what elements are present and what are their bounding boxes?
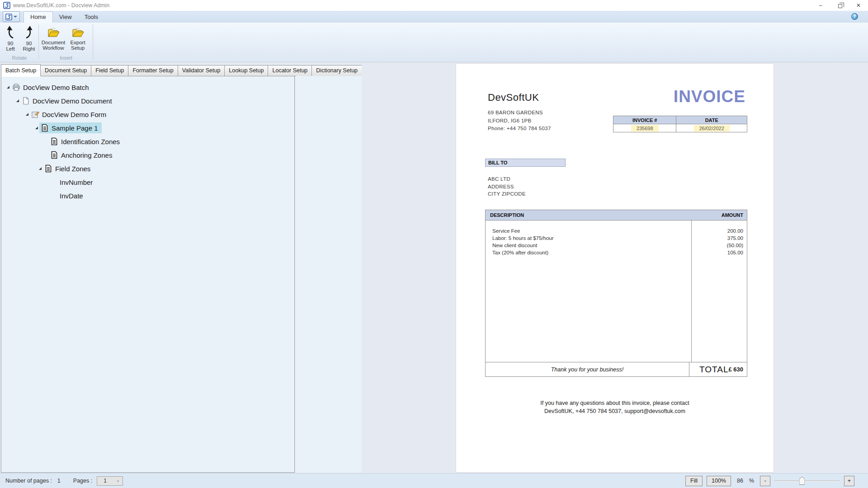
page-select-dropdown[interactable]: 1 ⌄ — [97, 476, 123, 486]
page-list-icon — [50, 137, 58, 145]
tree-expander-icon[interactable] — [5, 85, 11, 89]
percent-label: % — [749, 478, 754, 484]
description-column-header: DESCRIPTION — [486, 212, 692, 218]
fill-button[interactable]: Fill — [685, 476, 703, 486]
tree-item-identification-zones[interactable]: Identification Zones — [1, 135, 294, 148]
selected-tree-item[interactable]: Sample Page 1 — [39, 122, 102, 133]
rotate-right-icon — [23, 26, 35, 39]
tree-item-document[interactable]: DocView Demo Document — [1, 94, 294, 108]
zoom-slider[interactable] — [774, 477, 840, 485]
zoom-100-button[interactable]: 100% — [707, 476, 731, 486]
tree-item-invdate[interactable]: InvDate — [1, 189, 294, 202]
ribbon-tab-home[interactable]: Home — [24, 11, 53, 23]
window-title: www.DevSoftUK.com - Docview Admin — [13, 2, 109, 9]
tree-item-invnumber[interactable]: InvNumber — [1, 175, 294, 189]
ribbon-tab-tools[interactable]: Tools — [78, 12, 104, 23]
tree-item-label: Identification Zones — [61, 138, 120, 145]
form-icon — [31, 110, 39, 118]
tab-dictionary-setup[interactable]: Dictionary Setup — [312, 65, 362, 76]
zoom-value: 86 — [737, 478, 743, 484]
group-label-insert: Insert — [39, 55, 93, 61]
help-icon[interactable]: ? — [851, 13, 858, 20]
rotate-90-left-button[interactable]: 90Left — [1, 24, 19, 53]
tab-lookup-setup[interactable]: Lookup Setup — [225, 65, 268, 76]
tree-item-label: DocView Demo Batch — [23, 84, 89, 91]
ribbon-group-insert: DocumentWorkflow ExportSetup Insert — [39, 23, 93, 62]
invoice-total-row: Thank you for your business! TOTAL £ 630 — [486, 362, 747, 376]
invoice-items-table: DESCRIPTION AMOUNT Service Fee Labor: 5 … — [485, 210, 747, 377]
rotate-90-right-button[interactable]: 90Right — [20, 24, 38, 53]
invoice-number-header: INVOICE # — [613, 116, 676, 124]
tab-formatter-setup[interactable]: Formatter Setup — [128, 65, 178, 76]
document-icon — [22, 97, 30, 105]
total-amount: £ 630 — [728, 366, 747, 373]
tab-validator-setup[interactable]: Validator Setup — [178, 65, 225, 76]
restore-icon — [838, 4, 842, 8]
ribbon-tab-view[interactable]: View — [53, 12, 78, 23]
page-list-icon — [41, 124, 49, 132]
document-workflow-button[interactable]: DocumentWorkflow — [41, 24, 66, 53]
export-setup-button[interactable]: ExportSetup — [67, 24, 89, 53]
group-separator — [93, 24, 93, 59]
tree-item-sample-page-1[interactable]: Sample Page 1 — [1, 121, 294, 135]
tree-expander-icon[interactable] — [37, 167, 43, 170]
pages-label: Pages : — [73, 478, 92, 484]
total-label: TOTAL — [689, 365, 728, 375]
tree-item-field-zones[interactable]: Field Zones — [1, 162, 294, 175]
page-list-icon — [50, 151, 58, 159]
tree-item-anchoring-zones[interactable]: Anchoring Zones — [1, 148, 294, 162]
slider-thumb-icon[interactable] — [799, 477, 805, 485]
ribbon-tab-row: Home View Tools ? — [0, 11, 868, 23]
tree-item-label: InvNumber — [60, 178, 93, 186]
page-list-icon — [44, 164, 52, 173]
tree-item-batch[interactable]: DocView Demo Batch — [1, 80, 294, 94]
invoice-date-value: 26/02/2022 — [694, 125, 730, 131]
ribbon: 90Left 90Right Rotate DocumentWorkflow — [0, 23, 868, 62]
tree-expander-icon[interactable] — [24, 113, 30, 116]
invoice-company-name: DevSoftUK — [488, 92, 539, 103]
ribbon-group-rotate: 90Left 90Right Rotate — [0, 23, 39, 62]
thank-you-message: Thank you for your business! — [486, 362, 689, 376]
tree-item-label: Anchoring Zones — [61, 151, 112, 159]
setup-tab-strip: Batch Setup Document Setup Field Setup F… — [1, 63, 362, 76]
tree-item-label: Field Zones — [55, 165, 90, 173]
app-logo-icon — [3, 2, 10, 9]
invoice-number-value: 235698 — [631, 125, 659, 131]
invoice-footer: If you have any questions about this inv… — [456, 399, 774, 415]
invoice-date-header: DATE — [676, 116, 747, 124]
tab-batch-setup[interactable]: Batch Setup — [1, 64, 41, 76]
tab-locator-setup[interactable]: Locator Setup — [268, 65, 312, 76]
group-label-rotate: Rotate — [0, 55, 39, 61]
pages-count-label: Number of pages : — [5, 478, 52, 484]
invoice-title: INVOICE — [674, 87, 745, 106]
rotate-left-icon — [5, 26, 16, 39]
tree-item-label: Sample Page 1 — [52, 124, 98, 132]
tab-field-setup[interactable]: Field Setup — [91, 65, 128, 76]
bill-to-header: BILL TO — [485, 159, 566, 167]
batch-tree-panel: DocView Demo Batch DocView Demo Document… — [1, 76, 295, 473]
invoice-company-address: 69 BARON GARDENS ILFORD, IG6 1PB Phone: … — [488, 109, 551, 133]
tree-item-label: DocView Demo Form — [42, 111, 106, 118]
minimize-button[interactable]: – — [811, 0, 830, 11]
restore-button[interactable] — [830, 0, 849, 11]
invoice-page: DevSoftUK 69 BARON GARDENS ILFORD, IG6 1… — [456, 63, 774, 473]
tree-expander-icon[interactable] — [14, 99, 20, 103]
title-bar: www.DevSoftUK.com - Docview Admin – ✕ — [0, 0, 868, 11]
zoom-in-button[interactable]: + — [844, 476, 854, 486]
folder-icon — [47, 27, 60, 38]
amounts: 200.00 375.00 (50.00) 105.00 — [692, 221, 747, 362]
tab-document-setup[interactable]: Document Setup — [41, 65, 91, 76]
tree-expander-icon[interactable] — [33, 126, 39, 130]
invoice-meta-table: INVOICE # DATE 235698 26/02/2022 — [613, 116, 747, 132]
bill-to-address: ABC LTD ADDRESS CITY ZIPCODE — [488, 175, 526, 198]
pages-count-value: 1 — [57, 478, 61, 484]
amount-column-header: AMOUNT — [692, 212, 747, 218]
zoom-out-button[interactable]: - — [760, 476, 770, 486]
close-button[interactable]: ✕ — [849, 0, 868, 11]
document-viewer[interactable]: DevSoftUK 69 BARON GARDENS ILFORD, IG6 1… — [362, 63, 868, 473]
tree-item-form[interactable]: DocView Demo Form — [1, 108, 294, 121]
tree-panel-gap — [296, 76, 362, 473]
app-menu-button[interactable] — [3, 11, 20, 22]
tree-item-label: InvDate — [60, 192, 83, 200]
descriptions: Service Fee Labor: 5 hours at $75/hour N… — [486, 221, 692, 362]
